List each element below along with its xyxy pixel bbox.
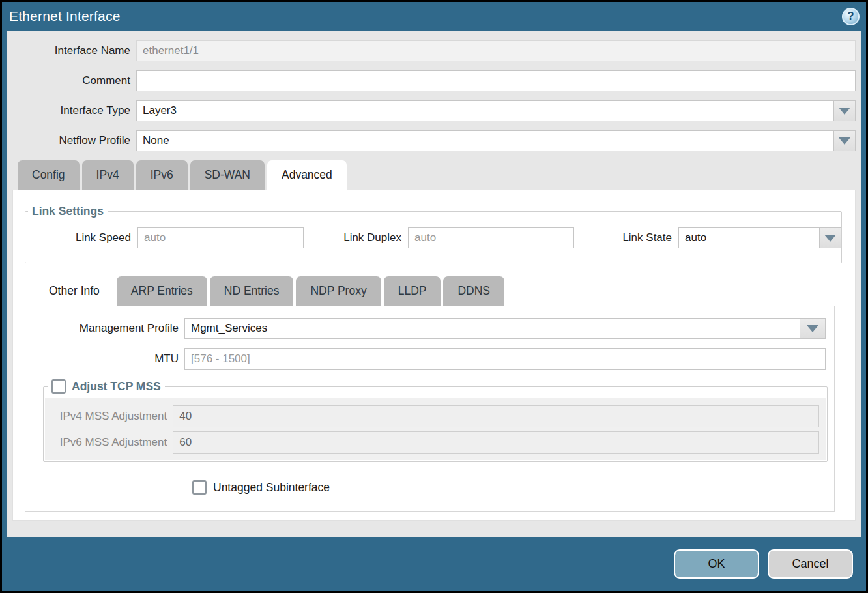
link-speed-field[interactable] <box>137 227 304 248</box>
link-settings-fieldset: Link Settings Link Speed Link Duplex Lin… <box>25 205 842 263</box>
management-profile-label: Management Profile <box>25 322 184 335</box>
ok-button[interactable]: OK <box>674 549 759 579</box>
link-state-value[interactable] <box>678 227 819 248</box>
tab-nd-entries[interactable]: ND Entries <box>210 276 294 306</box>
link-state-label: Link State <box>574 231 678 244</box>
tab-arp-entries[interactable]: ARP Entries <box>117 276 207 306</box>
link-state-group: Link State <box>574 227 841 248</box>
interface-name-label: Interface Name <box>12 44 136 57</box>
link-duplex-field[interactable] <box>408 227 574 248</box>
mtu-label: MTU <box>25 353 184 366</box>
management-profile-value[interactable] <box>184 318 800 339</box>
comment-row: Comment <box>12 70 856 91</box>
mtu-field[interactable] <box>184 348 826 370</box>
ipv4-mss-label: IPv4 MSS Adjustment <box>45 410 173 423</box>
dialog-content: Interface Name Comment Interface Type Ne… <box>7 31 861 537</box>
link-duplex-label: Link Duplex <box>304 231 408 244</box>
tab-advanced[interactable]: Advanced <box>267 160 347 190</box>
untagged-subinterface-label: Untagged Subinterface <box>213 481 330 495</box>
netflow-profile-label: Netflow Profile <box>12 134 136 147</box>
untagged-subinterface-row: Untagged Subinterface <box>192 480 834 495</box>
mss-disabled-block: IPv4 MSS Adjustment IPv6 MSS Adjustment <box>45 398 826 460</box>
comment-field[interactable] <box>136 70 856 91</box>
interface-type-value[interactable] <box>136 100 833 121</box>
management-profile-dropdown[interactable] <box>184 318 826 339</box>
other-info-panel: Management Profile MTU <box>25 306 835 512</box>
ipv6-mss-row: IPv6 MSS Adjustment <box>45 431 819 454</box>
adjust-tcp-mss-legend-wrap: Adjust TCP MSS <box>48 379 165 394</box>
ipv6-mss-field <box>173 431 819 454</box>
tab-ipv4[interactable]: IPv4 <box>82 160 134 190</box>
tab-other-info[interactable]: Other Info <box>35 276 114 306</box>
tab-lldp[interactable]: LLDP <box>384 276 441 306</box>
ipv4-mss-row: IPv4 MSS Adjustment <box>45 405 819 427</box>
adjust-tcp-mss-fieldset: Adjust TCP MSS IPv4 MSS Adjustment IPv6 … <box>43 379 828 462</box>
tab-ipv6[interactable]: IPv6 <box>136 160 188 190</box>
untagged-subinterface-checkbox[interactable] <box>192 480 207 495</box>
link-state-dropdown-button[interactable] <box>819 227 841 248</box>
dialog-title: Ethernet Interface <box>9 8 121 24</box>
tab-sdwan[interactable]: SD-WAN <box>190 160 265 190</box>
adjust-tcp-mss-label: Adjust TCP MSS <box>72 380 161 394</box>
chevron-down-icon <box>839 108 850 115</box>
tab-ddns[interactable]: DDNS <box>443 276 504 306</box>
mtu-row: MTU <box>25 348 834 370</box>
link-settings-row: Link Speed Link Duplex Link State <box>25 227 841 248</box>
cancel-button[interactable]: Cancel <box>768 549 853 579</box>
link-speed-label: Link Speed <box>25 231 137 244</box>
tab-config[interactable]: Config <box>18 160 80 190</box>
ethernet-interface-dialog: Ethernet Interface ? Interface Name Comm… <box>2 2 866 591</box>
ipv6-mss-label: IPv6 MSS Adjustment <box>45 436 173 449</box>
interface-type-dropdown[interactable] <box>136 100 856 121</box>
chevron-down-icon <box>824 235 836 242</box>
netflow-profile-dropdown-button[interactable] <box>833 130 856 151</box>
dialog-footer: OK Cancel <box>2 537 866 591</box>
interface-type-label: Interface Type <box>12 104 136 117</box>
ipv4-mss-field <box>173 405 819 427</box>
dialog-titlebar: Ethernet Interface ? <box>2 2 866 31</box>
sub-tab-strip: Other Info ARP Entries ND Entries NDP Pr… <box>25 276 843 306</box>
advanced-tab-panel: Link Settings Link Speed Link Duplex Lin… <box>12 190 856 521</box>
tab-ndp-proxy[interactable]: NDP Proxy <box>296 276 381 306</box>
netflow-profile-dropdown[interactable] <box>136 130 856 151</box>
netflow-profile-row: Netflow Profile <box>12 130 856 151</box>
link-settings-legend: Link Settings <box>28 205 108 218</box>
help-icon[interactable]: ? <box>842 8 860 25</box>
interface-type-dropdown-button[interactable] <box>833 100 856 121</box>
link-state-dropdown[interactable] <box>678 227 841 248</box>
link-speed-group: Link Speed <box>25 227 304 248</box>
link-duplex-group: Link Duplex <box>304 227 574 248</box>
netflow-profile-value[interactable] <box>136 130 833 151</box>
chevron-down-icon <box>839 137 850 145</box>
interface-name-row: Interface Name <box>12 40 856 61</box>
management-profile-row: Management Profile <box>25 318 834 339</box>
main-tab-strip: Config IPv4 IPv6 SD-WAN Advanced <box>12 160 856 190</box>
chevron-down-icon <box>807 325 818 332</box>
adjust-tcp-mss-checkbox[interactable] <box>51 379 66 394</box>
interface-name-field <box>136 40 856 61</box>
comment-label: Comment <box>12 74 136 87</box>
interface-type-row: Interface Type <box>12 100 856 121</box>
management-profile-dropdown-button[interactable] <box>800 318 826 339</box>
